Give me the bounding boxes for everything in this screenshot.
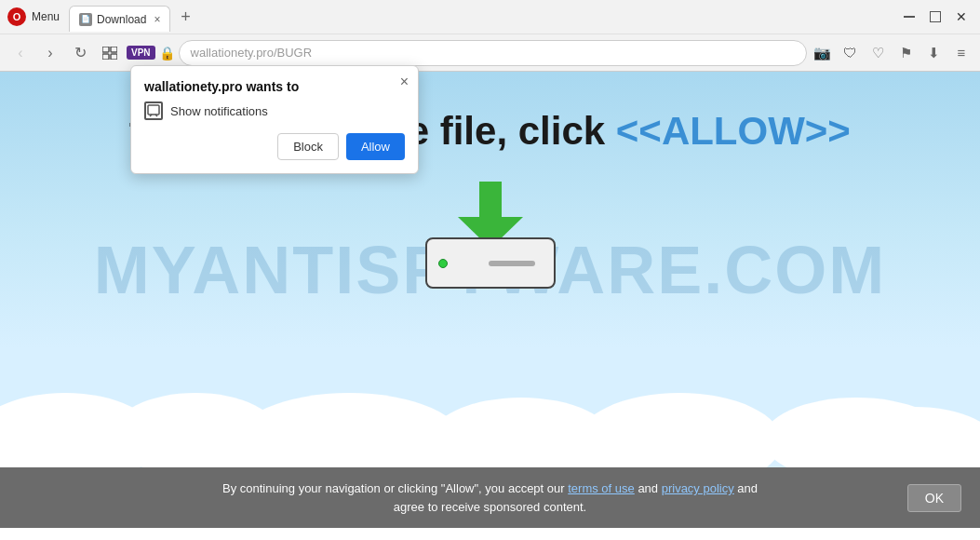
address-bar[interactable]: wallationety.pro/BUGR: [179, 40, 807, 66]
svg-rect-1: [930, 11, 941, 22]
heart-icon[interactable]: ♡: [866, 42, 889, 64]
notification-icon: [144, 101, 163, 120]
maximize-button[interactable]: [924, 6, 946, 28]
svg-rect-3: [111, 47, 117, 52]
bottom-bar: By continuing your navigation or clickin…: [0, 467, 980, 528]
privacy-policy-link[interactable]: privacy policy: [662, 481, 734, 495]
popup-close-button[interactable]: ×: [400, 74, 409, 90]
reload-button[interactable]: ↻: [67, 40, 93, 66]
tab-close-button[interactable]: ×: [154, 13, 160, 26]
popup-permission-row: Show notifications: [144, 101, 405, 120]
back-button[interactable]: ‹: [7, 40, 34, 66]
terms-of-use-link[interactable]: terms of use: [568, 481, 635, 495]
opera-logo: O: [7, 7, 26, 26]
svg-rect-2: [102, 47, 109, 52]
menu-label[interactable]: Menu: [32, 10, 60, 23]
browser-chrome: O Menu 📄 Download × + ✕ ‹ › ↻: [0, 0, 980, 72]
flag-icon[interactable]: ⚑: [894, 42, 917, 64]
hd-light: [438, 259, 448, 268]
new-tab-button[interactable]: +: [174, 6, 196, 28]
hard-drive: [425, 237, 556, 289]
bottom-text-before: By continuing your navigation or clickin…: [222, 481, 568, 495]
popup-buttons: Block Allow: [144, 133, 405, 160]
allow-highlight: <<ALLOW>>: [616, 109, 851, 153]
block-button[interactable]: Block: [277, 133, 339, 160]
svg-rect-4: [102, 54, 109, 60]
permission-label: Show notifications: [170, 104, 268, 118]
address-text: wallationety.pro/BUGR: [191, 46, 313, 60]
bottom-text-mid: and: [635, 481, 662, 495]
lock-icon: 🔒: [159, 46, 175, 61]
ok-button[interactable]: OK: [907, 484, 961, 512]
close-window-button[interactable]: ✕: [950, 6, 973, 28]
cloud-5: [577, 393, 782, 467]
camera-icon[interactable]: 📷: [811, 42, 833, 64]
menu-icon[interactable]: ≡: [950, 42, 973, 64]
minimize-button[interactable]: [898, 6, 920, 28]
popup-title: wallationety.pro wants to: [144, 79, 405, 94]
tab-title: Download: [97, 13, 146, 26]
browser-tab[interactable]: 📄 Download ×: [69, 6, 170, 32]
shield-icon[interactable]: 🛡: [839, 42, 861, 64]
svg-rect-6: [148, 105, 159, 115]
forward-button[interactable]: ›: [37, 40, 63, 66]
svg-rect-9: [479, 182, 502, 217]
tab-icon: 📄: [79, 13, 92, 26]
window-controls: ✕: [898, 6, 973, 28]
svg-rect-0: [904, 16, 915, 18]
allow-button[interactable]: Allow: [346, 133, 405, 160]
tabs-area: 📄 Download × +: [69, 0, 891, 34]
title-bar: O Menu 📄 Download × + ✕: [0, 0, 980, 34]
permission-popup: × wallationety.pro wants to Show notific…: [130, 65, 419, 174]
tabs-button[interactable]: [97, 40, 123, 66]
hd-slot: [489, 261, 535, 266]
download-icon[interactable]: ⬇: [922, 42, 945, 64]
download-illustration: [425, 182, 556, 289]
vpn-badge[interactable]: VPN: [127, 46, 155, 60]
nav-icons: 📷 🛡 ♡ ⚑ ⬇ ≡: [811, 42, 973, 64]
svg-rect-5: [111, 54, 117, 60]
clouds: [0, 356, 980, 467]
bottom-bar-text: By continuing your navigation or clickin…: [211, 479, 770, 516]
